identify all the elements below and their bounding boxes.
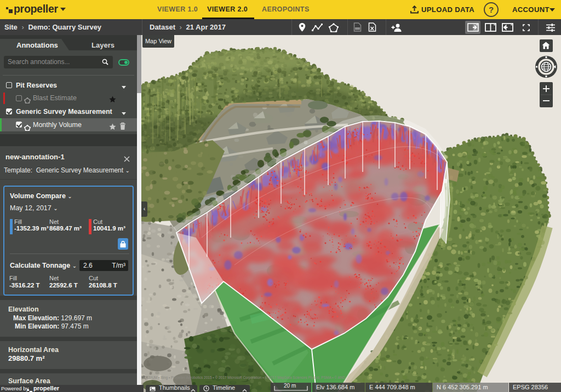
svg-text:CESIUM • Bing • Propeller Aero: CESIUM • Bing • Propeller Aerobotics 201… [144,376,346,380]
